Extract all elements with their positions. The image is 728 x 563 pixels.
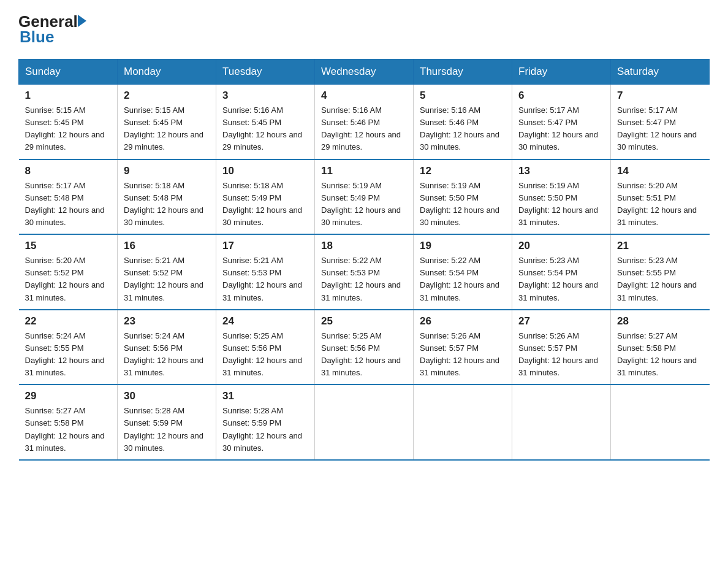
day-number: 11 (321, 165, 407, 177)
calendar-cell: 30Sunrise: 5:28 AMSunset: 5:59 PMDayligh… (118, 385, 216, 460)
day-info: Sunrise: 5:23 AMSunset: 5:54 PMDaylight:… (518, 255, 604, 304)
day-number: 2 (124, 90, 210, 102)
calendar-cell: 26Sunrise: 5:26 AMSunset: 5:57 PMDayligh… (414, 310, 512, 385)
day-info: Sunrise: 5:16 AMSunset: 5:45 PMDaylight:… (222, 104, 308, 154)
day-number: 25 (321, 315, 407, 327)
logo-arrow-icon (78, 15, 86, 27)
day-info: Sunrise: 5:25 AMSunset: 5:56 PMDaylight:… (321, 330, 407, 380)
calendar-week-row: 22Sunrise: 5:24 AMSunset: 5:55 PMDayligh… (19, 310, 710, 385)
day-number: 29 (25, 390, 112, 402)
day-number: 23 (124, 315, 210, 327)
calendar-cell: 15Sunrise: 5:20 AMSunset: 5:52 PMDayligh… (19, 234, 118, 310)
calendar-cell: 9Sunrise: 5:18 AMSunset: 5:48 PMDaylight… (118, 159, 216, 235)
day-info: Sunrise: 5:18 AMSunset: 5:48 PMDaylight:… (124, 180, 210, 229)
day-number: 10 (222, 165, 308, 177)
day-info: Sunrise: 5:19 AMSunset: 5:50 PMDaylight:… (420, 180, 506, 229)
day-info: Sunrise: 5:17 AMSunset: 5:47 PMDaylight:… (617, 104, 703, 154)
day-number: 7 (617, 90, 703, 102)
calendar-cell: 29Sunrise: 5:27 AMSunset: 5:58 PMDayligh… (19, 385, 118, 460)
calendar-cell: 22Sunrise: 5:24 AMSunset: 5:55 PMDayligh… (19, 310, 118, 385)
calendar-cell: 1Sunrise: 5:15 AMSunset: 5:45 PMDaylight… (19, 85, 118, 159)
day-number: 18 (321, 240, 407, 252)
day-number: 4 (321, 90, 407, 102)
calendar-cell (611, 385, 710, 460)
logo: General Blue (18, 12, 86, 47)
day-info: Sunrise: 5:19 AMSunset: 5:49 PMDaylight:… (321, 180, 407, 229)
day-number: 21 (617, 240, 703, 252)
calendar-cell: 23Sunrise: 5:24 AMSunset: 5:56 PMDayligh… (118, 310, 216, 385)
day-number: 13 (518, 165, 604, 177)
calendar-cell: 16Sunrise: 5:21 AMSunset: 5:52 PMDayligh… (118, 234, 216, 310)
day-info: Sunrise: 5:26 AMSunset: 5:57 PMDaylight:… (420, 330, 506, 380)
calendar-cell: 24Sunrise: 5:25 AMSunset: 5:56 PMDayligh… (216, 310, 315, 385)
day-number: 22 (25, 315, 112, 327)
calendar-cell (414, 385, 512, 460)
day-info: Sunrise: 5:20 AMSunset: 5:52 PMDaylight:… (25, 255, 112, 304)
calendar-cell: 3Sunrise: 5:16 AMSunset: 5:45 PMDaylight… (216, 85, 315, 159)
day-info: Sunrise: 5:24 AMSunset: 5:56 PMDaylight:… (124, 330, 210, 380)
calendar-header: SundayMondayTuesdayWednesdayThursdayFrid… (19, 59, 710, 85)
day-info: Sunrise: 5:17 AMSunset: 5:48 PMDaylight:… (25, 180, 112, 229)
calendar-cell: 17Sunrise: 5:21 AMSunset: 5:53 PMDayligh… (216, 234, 315, 310)
day-info: Sunrise: 5:15 AMSunset: 5:45 PMDaylight:… (124, 104, 210, 154)
calendar-cell (512, 385, 611, 460)
day-info: Sunrise: 5:21 AMSunset: 5:53 PMDaylight:… (222, 255, 308, 304)
header-cell-sunday: Sunday (19, 59, 118, 85)
day-number: 28 (617, 315, 703, 327)
calendar-body: 1Sunrise: 5:15 AMSunset: 5:45 PMDaylight… (19, 85, 710, 460)
day-number: 31 (222, 390, 308, 402)
day-info: Sunrise: 5:26 AMSunset: 5:57 PMDaylight:… (518, 330, 604, 380)
day-number: 24 (222, 315, 308, 327)
header-cell-friday: Friday (512, 59, 611, 85)
calendar-cell: 4Sunrise: 5:16 AMSunset: 5:46 PMDaylight… (315, 85, 414, 159)
header-cell-thursday: Thursday (414, 59, 512, 85)
day-number: 8 (25, 165, 112, 177)
day-info: Sunrise: 5:16 AMSunset: 5:46 PMDaylight:… (321, 104, 407, 154)
day-number: 20 (518, 240, 604, 252)
calendar-cell: 18Sunrise: 5:22 AMSunset: 5:53 PMDayligh… (315, 234, 414, 310)
calendar-cell: 19Sunrise: 5:22 AMSunset: 5:54 PMDayligh… (414, 234, 512, 310)
day-info: Sunrise: 5:15 AMSunset: 5:45 PMDaylight:… (25, 104, 112, 154)
day-info: Sunrise: 5:28 AMSunset: 5:59 PMDaylight:… (222, 405, 308, 454)
day-info: Sunrise: 5:27 AMSunset: 5:58 PMDaylight:… (617, 330, 703, 380)
calendar-week-row: 15Sunrise: 5:20 AMSunset: 5:52 PMDayligh… (19, 234, 710, 310)
day-number: 12 (420, 165, 506, 177)
calendar-week-row: 29Sunrise: 5:27 AMSunset: 5:58 PMDayligh… (19, 385, 710, 460)
header-cell-saturday: Saturday (611, 59, 710, 85)
day-info: Sunrise: 5:17 AMSunset: 5:47 PMDaylight:… (518, 104, 604, 154)
calendar-week-row: 8Sunrise: 5:17 AMSunset: 5:48 PMDaylight… (19, 159, 710, 235)
day-number: 15 (25, 240, 112, 252)
day-number: 6 (518, 90, 604, 102)
calendar-cell: 13Sunrise: 5:19 AMSunset: 5:50 PMDayligh… (512, 159, 611, 235)
header-row: SundayMondayTuesdayWednesdayThursdayFrid… (19, 59, 710, 85)
day-number: 30 (124, 390, 210, 402)
logo-blue-text: Blue (20, 28, 86, 47)
day-info: Sunrise: 5:27 AMSunset: 5:58 PMDaylight:… (25, 405, 112, 454)
calendar-cell: 2Sunrise: 5:15 AMSunset: 5:45 PMDaylight… (118, 85, 216, 159)
day-info: Sunrise: 5:24 AMSunset: 5:55 PMDaylight:… (25, 330, 112, 380)
day-number: 17 (222, 240, 308, 252)
calendar-cell: 12Sunrise: 5:19 AMSunset: 5:50 PMDayligh… (414, 159, 512, 235)
day-info: Sunrise: 5:23 AMSunset: 5:55 PMDaylight:… (617, 255, 703, 304)
calendar-cell: 11Sunrise: 5:19 AMSunset: 5:49 PMDayligh… (315, 159, 414, 235)
day-number: 9 (124, 165, 210, 177)
day-info: Sunrise: 5:19 AMSunset: 5:50 PMDaylight:… (518, 180, 604, 229)
calendar-cell: 21Sunrise: 5:23 AMSunset: 5:55 PMDayligh… (611, 234, 710, 310)
calendar-cell: 14Sunrise: 5:20 AMSunset: 5:51 PMDayligh… (611, 159, 710, 235)
day-number: 3 (222, 90, 308, 102)
day-number: 5 (420, 90, 506, 102)
day-number: 26 (420, 315, 506, 327)
day-info: Sunrise: 5:25 AMSunset: 5:56 PMDaylight:… (222, 330, 308, 380)
day-number: 19 (420, 240, 506, 252)
calendar-cell: 7Sunrise: 5:17 AMSunset: 5:47 PMDaylight… (611, 85, 710, 159)
calendar-cell: 28Sunrise: 5:27 AMSunset: 5:58 PMDayligh… (611, 310, 710, 385)
day-number: 14 (617, 165, 703, 177)
calendar-cell: 31Sunrise: 5:28 AMSunset: 5:59 PMDayligh… (216, 385, 315, 460)
page-header: General Blue (18, 12, 710, 47)
calendar-cell: 20Sunrise: 5:23 AMSunset: 5:54 PMDayligh… (512, 234, 611, 310)
calendar-week-row: 1Sunrise: 5:15 AMSunset: 5:45 PMDaylight… (19, 85, 710, 159)
day-number: 16 (124, 240, 210, 252)
day-number: 27 (518, 315, 604, 327)
calendar-cell: 6Sunrise: 5:17 AMSunset: 5:47 PMDaylight… (512, 85, 611, 159)
day-info: Sunrise: 5:16 AMSunset: 5:46 PMDaylight:… (420, 104, 506, 154)
